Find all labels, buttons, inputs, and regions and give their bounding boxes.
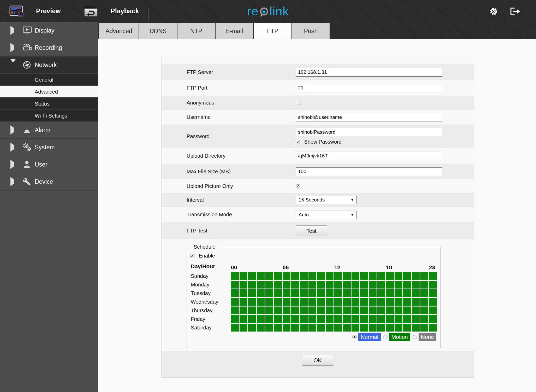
schedule-cell[interactable] — [343, 289, 351, 297]
schedule-cell[interactable] — [274, 298, 282, 306]
schedule-cell[interactable] — [420, 289, 428, 297]
schedule-cell[interactable] — [265, 281, 273, 289]
schedule-cell[interactable] — [317, 289, 325, 297]
schedule-cell[interactable] — [334, 289, 342, 297]
schedule-cell[interactable] — [420, 281, 428, 289]
schedule-cell[interactable] — [334, 324, 342, 332]
anonymous-checkbox[interactable] — [296, 101, 300, 105]
schedule-cell[interactable] — [300, 298, 308, 306]
sidebar-item-recording[interactable]: Recording — [0, 39, 98, 57]
schedule-cell[interactable] — [300, 281, 308, 289]
sidebar-item-device[interactable]: Device — [0, 173, 98, 191]
schedule-cell[interactable] — [308, 324, 316, 332]
schedule-cell[interactable] — [308, 298, 316, 306]
schedule-cell[interactable] — [265, 289, 273, 297]
tab-advanced[interactable]: Advanced — [99, 23, 139, 39]
mode-radio-normal[interactable] — [352, 335, 357, 339]
schedule-cell[interactable] — [291, 281, 299, 289]
schedule-cell[interactable] — [231, 281, 239, 289]
schedule-cell[interactable] — [240, 289, 247, 297]
schedule-cell[interactable] — [257, 315, 265, 323]
schedule-cell[interactable] — [240, 298, 247, 306]
schedule-cell[interactable] — [429, 272, 437, 280]
schedule-cell[interactable] — [257, 298, 265, 306]
schedule-cell[interactable] — [274, 272, 282, 280]
schedule-cell[interactable] — [412, 289, 420, 297]
schedule-cell[interactable] — [326, 298, 333, 306]
tab-push[interactable]: Push — [292, 23, 330, 39]
upload-picture-only-checkbox[interactable] — [296, 184, 300, 188]
schedule-cell[interactable] — [395, 298, 402, 306]
schedule-cell[interactable] — [343, 298, 351, 306]
schedule-cell[interactable] — [386, 272, 394, 280]
schedule-cell[interactable] — [429, 289, 437, 297]
schedule-cell[interactable] — [283, 315, 290, 323]
schedule-cell[interactable] — [377, 307, 385, 314]
playback-icon[interactable] — [84, 6, 98, 17]
schedule-cell[interactable] — [317, 324, 325, 332]
schedule-cell[interactable] — [429, 315, 437, 323]
schedule-cell[interactable] — [403, 324, 411, 332]
schedule-cell[interactable] — [308, 281, 316, 289]
schedule-cell[interactable] — [412, 281, 420, 289]
schedule-cell[interactable] — [377, 281, 385, 289]
schedule-cell[interactable] — [429, 298, 437, 306]
schedule-cell[interactable] — [412, 272, 420, 280]
schedule-cell[interactable] — [360, 307, 368, 314]
schedule-cell[interactable] — [291, 307, 299, 314]
username-input[interactable] — [296, 113, 442, 121]
tab-ddns[interactable]: DDNS — [139, 23, 177, 39]
schedule-cell[interactable] — [352, 298, 359, 306]
schedule-cell[interactable] — [403, 289, 411, 297]
schedule-cell[interactable] — [395, 324, 402, 332]
schedule-cell[interactable] — [334, 307, 342, 314]
schedule-cell[interactable] — [360, 289, 368, 297]
schedule-cell[interactable] — [283, 324, 290, 332]
schedule-cell[interactable] — [274, 315, 282, 323]
schedule-cell[interactable] — [360, 324, 368, 332]
schedule-cell[interactable] — [231, 307, 239, 314]
schedule-cell[interactable] — [334, 281, 342, 289]
schedule-cell[interactable] — [420, 307, 428, 314]
schedule-cell[interactable] — [352, 289, 359, 297]
upload-directory-input[interactable] — [296, 152, 442, 160]
ftp-server-input[interactable] — [296, 68, 442, 77]
ftp-port-input[interactable] — [296, 84, 442, 92]
schedule-cell[interactable] — [291, 272, 299, 280]
schedule-enable-checkbox[interactable] — [190, 254, 194, 258]
schedule-cell[interactable] — [308, 289, 316, 297]
schedule-cell[interactable] — [412, 324, 420, 332]
schedule-cell[interactable] — [283, 281, 290, 289]
schedule-cell[interactable] — [248, 272, 256, 280]
schedule-cell[interactable] — [377, 289, 385, 297]
mode-badge-motion[interactable]: Motion — [389, 333, 410, 341]
schedule-cell[interactable] — [369, 289, 377, 297]
schedule-cell[interactable] — [257, 289, 265, 297]
schedule-cell[interactable] — [429, 307, 437, 314]
schedule-cell[interactable] — [395, 289, 402, 297]
max-file-size-input[interactable] — [296, 167, 442, 176]
schedule-cell[interactable] — [386, 307, 394, 314]
schedule-cell[interactable] — [403, 281, 411, 289]
schedule-cell[interactable] — [300, 289, 308, 297]
schedule-cell[interactable] — [377, 298, 385, 306]
schedule-cell[interactable] — [265, 324, 273, 332]
schedule-cell[interactable] — [326, 307, 333, 314]
tab-ftp[interactable]: FTP — [254, 23, 291, 39]
schedule-cell[interactable] — [395, 307, 402, 314]
preview-icon[interactable] — [9, 5, 25, 17]
schedule-cell[interactable] — [317, 272, 325, 280]
sidebar-subitem-wifi-settings[interactable]: Wi-Fi Settings — [0, 110, 98, 122]
schedule-cell[interactable] — [300, 307, 308, 314]
schedule-cell[interactable] — [395, 272, 402, 280]
schedule-cell[interactable] — [403, 315, 411, 323]
nav-preview[interactable]: Preview — [36, 0, 61, 22]
schedule-cell[interactable] — [317, 307, 325, 314]
schedule-cell[interactable] — [257, 272, 265, 280]
schedule-cell[interactable] — [317, 315, 325, 323]
schedule-cell[interactable] — [308, 307, 316, 314]
tab-ntp[interactable]: NTP — [177, 23, 215, 39]
schedule-cell[interactable] — [240, 281, 247, 289]
schedule-cell[interactable] — [343, 315, 351, 323]
schedule-cell[interactable] — [326, 289, 333, 297]
